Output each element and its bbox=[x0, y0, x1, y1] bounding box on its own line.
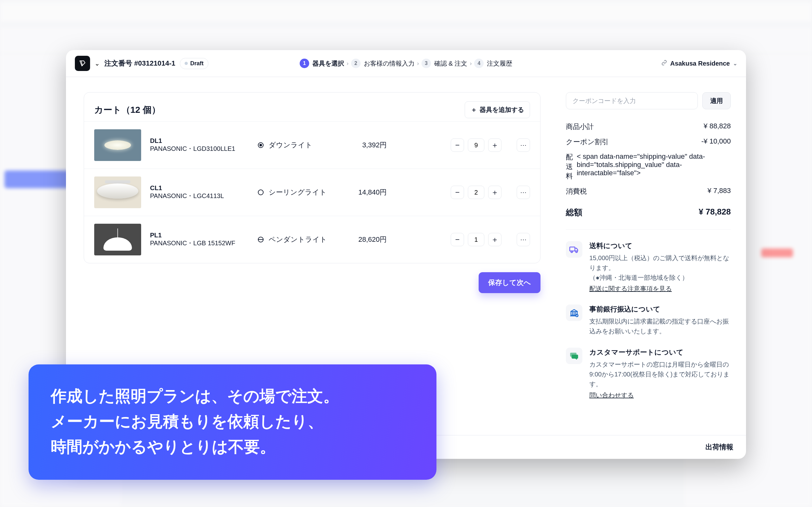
cart-row: PL1 PANASONIC・LGB 15152WF ペンダントライト 28,62… bbox=[84, 216, 540, 263]
support-info-title: カスタマーサポートについて bbox=[589, 348, 731, 357]
callout-line-1: 作成した照明プランは、その場で注文。 bbox=[51, 383, 414, 409]
qty-decrease-button[interactable]: − bbox=[451, 138, 464, 152]
quantity-stepper: − 2 ＋ bbox=[451, 186, 502, 199]
item-price: 14,840円 bbox=[342, 187, 387, 197]
app-logo-icon bbox=[75, 56, 90, 71]
status-dot-icon bbox=[185, 62, 188, 65]
downlight-icon bbox=[257, 142, 264, 149]
subtotal-label: 商品小計 bbox=[566, 122, 594, 131]
bank-info-body: 支払期限以内に請求書記載の指定する口座へお振込みをお願いいたします。 bbox=[589, 317, 731, 336]
qty-decrease-button[interactable]: − bbox=[451, 186, 464, 199]
item-thumbnail bbox=[94, 129, 141, 161]
qty-value[interactable]: 1 bbox=[468, 233, 484, 246]
support-info-link[interactable]: 問い合わせする bbox=[589, 391, 634, 400]
chat-icon bbox=[566, 348, 582, 364]
cart-card: カート（12 個） ＋ 器具を追加する DL1 PANASONIC・LGD310… bbox=[84, 92, 541, 263]
bank-info-title: 事前銀行振込について bbox=[589, 304, 731, 314]
totals-block: 商品小計¥ 88,828 クーポン割引-¥ 10,000 配送料< span d… bbox=[566, 122, 731, 218]
step-3[interactable]: 3 確認 & 注文 bbox=[421, 59, 467, 68]
tax-label: 消費税 bbox=[566, 187, 587, 196]
shipping-info-block: 送料について 15,000円以上（税込）のご購入で送料が無料となります。 （●沖… bbox=[566, 241, 731, 293]
item-maker-model: PANASONIC・LGC4113L bbox=[150, 192, 248, 200]
item-code: CL1 bbox=[150, 184, 248, 192]
support-info-body: カスタマーサポートの窓口は月曜日から金曜日の9:00から17:00(祝祭日を除く… bbox=[589, 360, 731, 389]
quantity-stepper: − 1 ＋ bbox=[451, 233, 502, 246]
callout-line-3: 時間がかかるやりとりは不要。 bbox=[51, 434, 414, 459]
pendant-light-icon bbox=[257, 236, 264, 243]
shipping-info-link[interactable]: 配送に関する注意事項を見る bbox=[589, 285, 672, 293]
item-price: 3,392円 bbox=[342, 140, 387, 150]
link-icon bbox=[661, 60, 667, 67]
qty-decrease-button[interactable]: − bbox=[451, 233, 464, 246]
step-1[interactable]: 1 器具を選択 bbox=[300, 59, 344, 68]
status-label: Draft bbox=[190, 60, 204, 67]
svg-rect-5 bbox=[570, 247, 575, 251]
ceiling-light-icon bbox=[257, 189, 264, 196]
svg-point-2 bbox=[258, 190, 263, 195]
tax-value: ¥ 7,883 bbox=[708, 187, 731, 196]
truck-icon bbox=[566, 241, 582, 258]
qty-value[interactable]: 2 bbox=[468, 186, 484, 199]
chevron-right-icon: › bbox=[470, 60, 472, 67]
item-thumbnail bbox=[94, 224, 141, 256]
shipping-info-note: （●沖縄・北海道一部地域を除く） bbox=[589, 273, 731, 283]
svg-point-6 bbox=[571, 251, 572, 252]
chevron-right-icon: › bbox=[347, 60, 349, 67]
item-type-label: ダウンライト bbox=[269, 140, 312, 150]
support-info-block: カスタマーサポートについて カスタマーサポートの窓口は月曜日から金曜日の9:00… bbox=[566, 348, 731, 400]
step-2[interactable]: 2 お客様の情報入力 bbox=[351, 59, 415, 68]
residence-name: Asakusa Residence bbox=[670, 60, 730, 67]
apply-coupon-button[interactable]: 適用 bbox=[702, 92, 731, 109]
callout-line-2: メーカーにお見積もりを依頼したり、 bbox=[51, 409, 414, 434]
item-type-label: ペンダントライト bbox=[269, 235, 327, 244]
status-badge: Draft bbox=[180, 58, 208, 69]
grand-total-label: 総額 bbox=[566, 207, 582, 218]
discount-value: -¥ 10,000 bbox=[701, 137, 731, 147]
shipping-details-link[interactable]: 出荷情報 bbox=[705, 442, 733, 452]
cart-title: カート（12 個） bbox=[94, 104, 160, 116]
qty-increase-button[interactable]: ＋ bbox=[488, 138, 502, 152]
back-chevron-icon[interactable]: ⌄ bbox=[95, 60, 100, 67]
add-fixture-button[interactable]: ＋ 器具を追加する bbox=[465, 101, 530, 118]
item-price: 28,620円 bbox=[342, 235, 387, 244]
item-thumbnail bbox=[94, 176, 141, 208]
subtotal-value: ¥ 88,828 bbox=[704, 122, 731, 131]
qty-increase-button[interactable]: ＋ bbox=[488, 233, 502, 246]
quantity-stepper: − 9 ＋ bbox=[451, 138, 502, 152]
bank-transfer-info-block: 事前銀行振込について 支払期限以内に請求書記載の指定する口座へお振込みをお願いい… bbox=[566, 304, 731, 336]
residence-selector[interactable]: Asakusa Residence ⌄ bbox=[661, 60, 737, 67]
shipping-label: 配送料 bbox=[566, 153, 577, 181]
svg-point-1 bbox=[260, 144, 262, 146]
svg-point-7 bbox=[576, 251, 577, 252]
shipping-info-title: 送料について bbox=[589, 241, 731, 250]
row-more-button[interactable]: ⋯ bbox=[517, 186, 530, 199]
coupon-input[interactable] bbox=[566, 92, 698, 109]
promo-callout: 作成した照明プランは、その場で注文。 メーカーにお見積もりを依頼したり、 時間が… bbox=[29, 364, 437, 480]
grand-total-value: ¥ 78,828 bbox=[699, 207, 731, 218]
save-next-button[interactable]: 保存して次へ bbox=[478, 272, 541, 293]
modal-header: ⌄ 注文番号 #03121014-1 Draft 1 器具を選択 › 2 お客様… bbox=[66, 50, 746, 77]
chevron-right-icon: › bbox=[417, 60, 419, 67]
item-code: PL1 bbox=[150, 232, 248, 239]
plus-icon: ＋ bbox=[471, 106, 477, 114]
bank-icon bbox=[566, 304, 582, 321]
item-type-label: シーリングライト bbox=[269, 187, 327, 197]
row-more-button[interactable]: ⋯ bbox=[517, 138, 530, 152]
item-maker-model: PANASONIC・LGD3100LLE1 bbox=[150, 145, 248, 153]
chevron-down-icon: ⌄ bbox=[733, 60, 737, 66]
row-more-button[interactable]: ⋯ bbox=[517, 233, 530, 246]
cart-row: DL1 PANASONIC・LGD3100LLE1 ダウンライト 3,392円 … bbox=[84, 121, 540, 169]
discount-label: クーポン割引 bbox=[566, 137, 609, 147]
step-4[interactable]: 4 注文履歴 bbox=[474, 59, 512, 68]
item-maker-model: PANASONIC・LGB 15152WF bbox=[150, 239, 248, 247]
cart-row: CL1 PANASONIC・LGC4113L シーリングライト 14,840円 … bbox=[84, 169, 540, 216]
qty-increase-button[interactable]: ＋ bbox=[488, 186, 502, 199]
qty-value[interactable]: 9 bbox=[468, 138, 484, 152]
shipping-info-body: 15,000円以上（税込）のご購入で送料が無料となります。 bbox=[589, 253, 731, 273]
order-number: 注文番号 #03121014-1 bbox=[104, 59, 175, 68]
item-code: DL1 bbox=[150, 137, 248, 145]
stepper: 1 器具を選択 › 2 お客様の情報入力 › 3 確認 & 注文 › 4 注文履… bbox=[300, 59, 512, 68]
